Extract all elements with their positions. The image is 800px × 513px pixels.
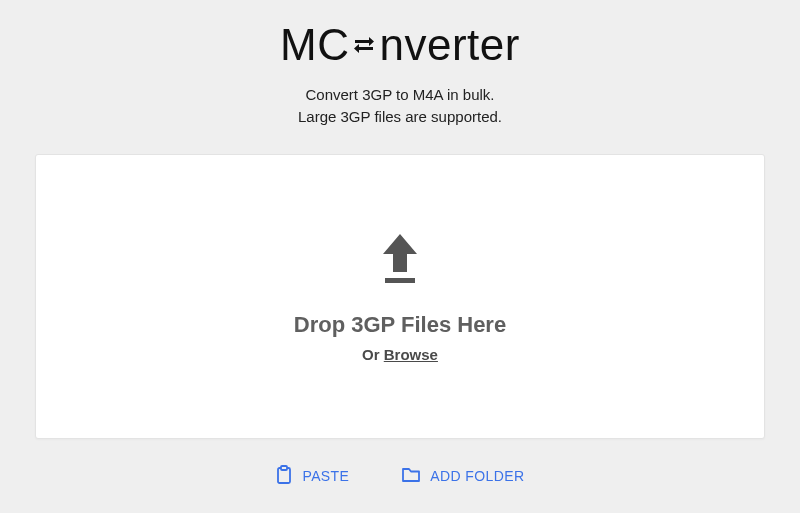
svg-rect-0 <box>385 278 415 283</box>
upload-icon <box>375 230 425 290</box>
clipboard-icon <box>275 465 293 488</box>
or-prefix: Or <box>362 346 384 363</box>
app-logo: MC nverter <box>280 20 520 70</box>
browse-link[interactable]: Browse <box>384 346 438 363</box>
add-folder-button[interactable]: ADD FOLDER <box>395 463 530 490</box>
logo-suffix: nverter <box>379 20 519 70</box>
dropzone-title: Drop 3GP Files Here <box>294 312 506 338</box>
swap-icon <box>352 33 376 57</box>
paste-button[interactable]: PASTE <box>269 461 355 492</box>
subtitle-line-1: Convert 3GP to M4A in bulk. <box>298 84 502 106</box>
subtitle-line-2: Large 3GP files are supported. <box>298 106 502 128</box>
logo-prefix: MC <box>280 20 349 70</box>
actions-bar: PASTE ADD FOLDER <box>269 461 530 492</box>
svg-rect-2 <box>281 466 287 470</box>
dropzone-or-browse: Or Browse <box>362 346 438 363</box>
paste-label: PASTE <box>302 468 349 484</box>
file-dropzone[interactable]: Drop 3GP Files Here Or Browse <box>35 154 765 439</box>
page-subtitle: Convert 3GP to M4A in bulk. Large 3GP fi… <box>298 84 502 128</box>
folder-icon <box>401 467 421 486</box>
add-folder-label: ADD FOLDER <box>430 468 524 484</box>
